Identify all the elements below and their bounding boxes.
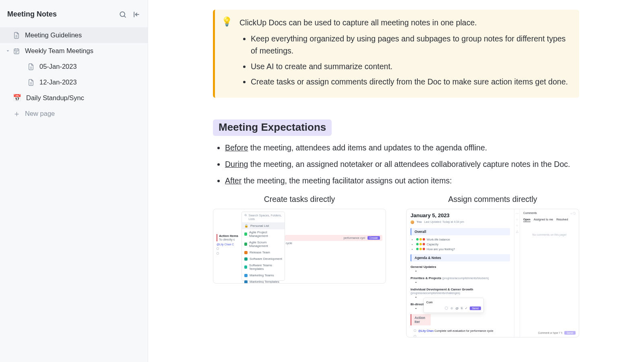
mock2-subheading: General Updates <box>411 265 510 269</box>
column-create-tasks: Create tasks directly Action Items To di… <box>213 195 386 337</box>
callout-body: ClickUp Docs can be used to capture all … <box>239 16 570 91</box>
mock2-meta: You Last Updated: Today at 4:34 pm <box>411 220 510 224</box>
mock2-action-heading: Action Iter <box>411 314 431 325</box>
filter-icon: ⟐ ⓘ <box>570 212 576 216</box>
svg-rect-7 <box>14 49 19 53</box>
mock1-create-btn: Create <box>367 236 380 240</box>
circle-icon: ○ <box>516 218 518 221</box>
mock1-search-placeholder: Search Spaces, Folders, Lists <box>249 214 282 221</box>
nav-item-05-jan[interactable]: 05-Jan-2023 <box>0 59 148 74</box>
mock2-meta-text: Last Updated: Today at 4:34 pm <box>424 220 464 224</box>
mock1-search: Search Spaces, Folders, Lists <box>242 212 285 223</box>
nav-item-12-jan[interactable]: 12-Jan-2023 <box>0 74 148 90</box>
mock2-bullet: • <box>411 269 510 273</box>
tab-open: Open <box>523 218 530 222</box>
mock1-space-row: Agile Scrum Management <box>242 239 285 249</box>
nav-item-daily-standup[interactable]: 📅 Daily Standup/Sync <box>0 90 148 106</box>
callout-intro: ClickUp Docs can be used to capture all … <box>239 16 570 29</box>
mock2-status-item: Capacity <box>416 243 510 246</box>
mock2-bullet: • <box>411 280 510 284</box>
mock1-right: performance cycl Create cycle <box>285 209 386 283</box>
callout-bullet: Create tasks or assign comments directly… <box>251 76 570 88</box>
callout-bullet: Keep everything organized by using pages… <box>251 33 570 57</box>
sidebar-header: Meeting Notes <box>0 10 148 27</box>
circle-icon: ○ <box>516 224 518 227</box>
sidebar-nav: Meeting Guidelines Weekly Team Meetings … <box>0 27 148 121</box>
mock1-left: Action Items To directly c @Lily Chan C <box>213 209 242 283</box>
column-title: Assign comments directly <box>406 195 579 204</box>
mock-assign-comments: January 5, 2023 You Last Updated: Today … <box>406 209 579 337</box>
mock2-main: January 5, 2023 You Last Updated: Today … <box>407 209 514 337</box>
callout-bullets: Keep everything organized by using pages… <box>239 33 570 88</box>
svg-point-17 <box>245 214 246 216</box>
mock1-personal-label: Personal List <box>250 224 269 228</box>
mock1-action-card: Action Items To directly c <box>217 234 240 241</box>
mock2-comment-input <box>426 300 481 304</box>
calendar-emoji-icon: 📅 <box>13 95 21 101</box>
mock2-send-btn: Send <box>470 306 481 310</box>
search-icon[interactable] <box>119 10 127 19</box>
checkbox-icon <box>217 252 219 255</box>
mock1-pill-text: performance cycl <box>344 237 365 239</box>
collapse-sidebar-icon[interactable] <box>132 10 140 19</box>
at-icon: @ <box>456 306 459 310</box>
lock-icon: 🔒 <box>244 224 248 228</box>
mock2-empty-state: No comments on this page! <box>523 233 576 236</box>
plus-icon: ＋ <box>13 110 20 117</box>
mock1-card-sub: To directly c <box>219 238 235 241</box>
chevron-down-icon[interactable] <box>6 47 10 55</box>
checkbox-icon <box>414 329 416 332</box>
mock2-status-list: Work-life balance Capacity How are you f… <box>411 238 510 251</box>
document-body[interactable]: 💡 ClickUp Docs can be used to capture al… <box>213 0 579 362</box>
mock1-line: cycle <box>285 242 382 245</box>
nav-label: New page <box>25 110 55 117</box>
tab-assigned: Assigned to me <box>534 218 553 222</box>
mock2-title: January 5, 2023 <box>411 212 510 218</box>
callout-bullet: Use AI to create and summarize content. <box>251 60 570 72</box>
mock1-space-row: Marketing Templates <box>242 279 285 284</box>
mock1-space-row: Release Team <box>242 249 285 256</box>
mock1-space-row: Marketing Teams <box>242 272 285 279</box>
column-assign-comments: Assign comments directly January 5, 2023… <box>406 195 579 337</box>
expectation-rest: the meeting, attendees add items and upd… <box>248 143 487 152</box>
mock2-footer: Send <box>538 331 576 335</box>
mock2-footer-input <box>538 331 562 334</box>
nav-item-new-page[interactable]: ＋ New page <box>0 106 148 121</box>
callout-block[interactable]: 💡 ClickUp Docs can be used to capture al… <box>213 10 579 98</box>
mock1-personal-list: 🔒 Personal List <box>242 223 285 229</box>
expectation-lead: After <box>225 176 242 185</box>
mock2-subheading: Priorities & Projects (progress/accompli… <box>411 276 510 280</box>
mock1-card-title: Action Items <box>219 234 238 238</box>
expectation-lead: During <box>225 160 248 169</box>
circle-icon: △ <box>516 230 518 233</box>
expectation-rest: the meeting, an assigned notetaker or al… <box>248 160 570 169</box>
nav-item-weekly-team-meetings[interactable]: Weekly Team Meetings <box>0 43 148 59</box>
mock2-comments-panel: Comments ⟐ ⓘ Open Assigned to me Resolve… <box>520 209 579 337</box>
mock1-space-picker: Search Spaces, Folders, Lists 🔒 Personal… <box>242 212 285 281</box>
sidebar-actions <box>119 10 140 19</box>
mock1-space-row: Software Development <box>242 256 285 262</box>
columns: Create tasks directly Action Items To di… <box>213 195 579 337</box>
expectation-rest: the meeting, the meeting facilitator ass… <box>242 176 452 185</box>
checkbox-icon <box>414 335 416 337</box>
calendar-lines-icon <box>13 47 20 55</box>
expectation-item: During the meeting, an assigned notetake… <box>225 158 579 171</box>
checkbox-icon <box>217 247 219 250</box>
mock2-status-item: Work-life balance <box>416 238 510 241</box>
mock1-space-row: Software Teams Templates <box>242 262 285 272</box>
nav-item-meeting-guidelines[interactable]: Meeting Guidelines <box>0 27 148 43</box>
nav-label: Meeting Guidelines <box>25 31 82 39</box>
mock-create-task: Action Items To directly c @Lily Chan C … <box>213 209 386 284</box>
section-heading[interactable]: Meeting Expectations <box>213 119 332 136</box>
assignee-icon <box>445 306 448 310</box>
nav-label: Daily Standup/Sync <box>26 94 84 102</box>
mock2-assign-name: @Lily Chan <box>418 329 433 332</box>
emoji-icon: ☺ <box>450 306 453 310</box>
nav-label: 05-Jan-2023 <box>39 63 77 70</box>
mock2-subheading: Individual Development & Career Growth (… <box>411 288 510 295</box>
mock1-create-pill: performance cycl Create <box>285 235 382 241</box>
sidebar: Meeting Notes Meeting Guidelines Weekly … <box>0 0 148 362</box>
mock2-heading-agenda: Agenda & Notes <box>411 254 510 261</box>
sidebar-title: Meeting Notes <box>7 10 119 19</box>
svg-line-1 <box>124 16 126 17</box>
